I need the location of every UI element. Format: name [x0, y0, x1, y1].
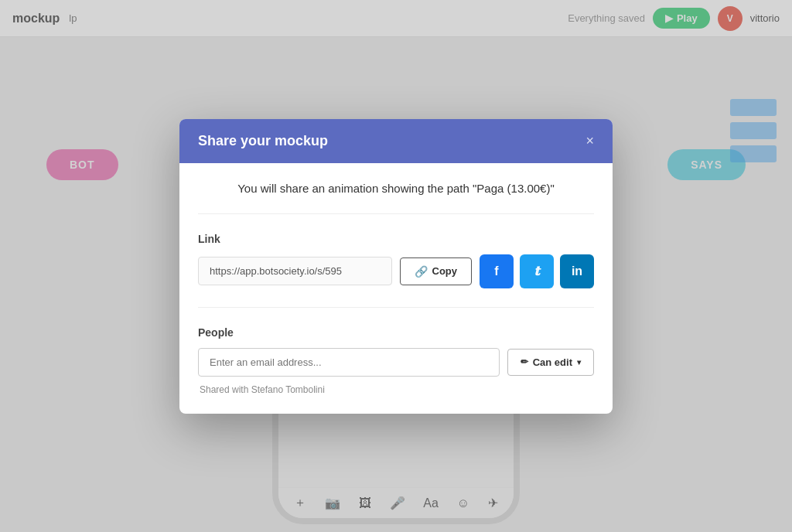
- twitter-icon: 𝕥: [534, 264, 539, 278]
- linkedin-share-button[interactable]: in: [560, 254, 594, 288]
- share-description: You will share an animation showing the …: [198, 182, 594, 214]
- modal-title: Share your mockup: [198, 133, 328, 149]
- can-edit-button[interactable]: ✏ Can edit ▾: [507, 349, 594, 376]
- share-modal: Share your mockup × You will share an an…: [179, 119, 613, 414]
- modal-header: Share your mockup ×: [179, 119, 613, 163]
- people-section: People ✏ Can edit ▾ Shared with Stefano …: [198, 326, 594, 395]
- people-section-label: People: [198, 326, 594, 339]
- twitter-share-button[interactable]: 𝕥: [520, 254, 554, 288]
- link-input[interactable]: [198, 257, 392, 285]
- chevron-down-icon: ▾: [577, 358, 581, 367]
- shared-with-text: Shared with Stefano Tombolini: [198, 384, 594, 395]
- people-row: ✏ Can edit ▾: [198, 348, 594, 377]
- pencil-icon: ✏: [521, 356, 528, 367]
- modal-backdrop: Share your mockup × You will share an an…: [0, 0, 792, 532]
- copy-button[interactable]: 🔗 Copy: [400, 257, 473, 285]
- facebook-share-button[interactable]: f: [480, 254, 514, 288]
- email-input[interactable]: [198, 348, 500, 377]
- modal-close-button[interactable]: ×: [585, 134, 594, 148]
- link-section: Link 🔗 Copy f 𝕥 in: [198, 233, 594, 308]
- link-icon: 🔗: [415, 265, 428, 278]
- link-section-label: Link: [198, 233, 594, 245]
- modal-body: You will share an animation showing the …: [179, 163, 613, 414]
- social-buttons: f 𝕥 in: [480, 254, 594, 288]
- link-row: 🔗 Copy f 𝕥 in: [198, 254, 594, 308]
